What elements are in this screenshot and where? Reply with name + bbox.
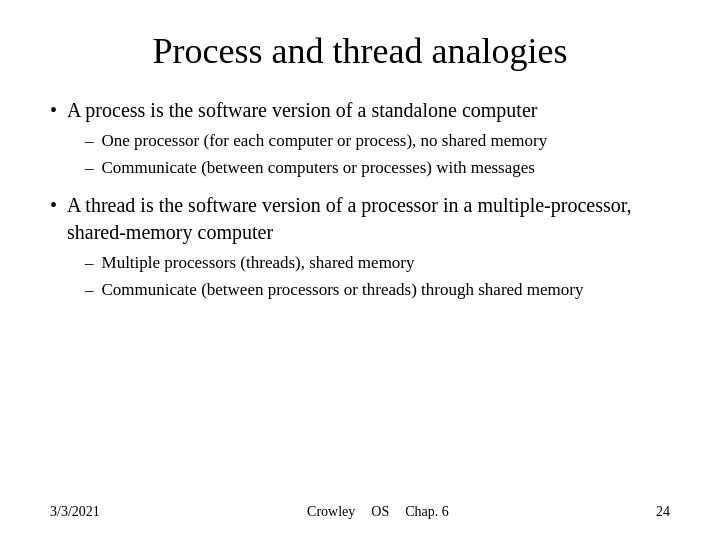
sub-text-2-1: Multiple processors (threads), shared me… xyxy=(102,252,670,275)
sub-item-1-2: – Communicate (between computers or proc… xyxy=(85,157,670,180)
sub-item-1-1: – One processor (for each computer or pr… xyxy=(85,130,670,153)
footer-date: 3/3/2021 xyxy=(50,504,100,520)
bullet-item-1: • A process is the software version of a… xyxy=(50,97,670,180)
bullet-text-1: A process is the software version of a s… xyxy=(67,97,670,180)
bullet-dot-2: • xyxy=(50,192,57,219)
sub-dash-2-2: – xyxy=(85,279,94,302)
sub-text-1-2: Communicate (between computers or proces… xyxy=(102,157,670,180)
bullet-label-1: A process is the software version of a s… xyxy=(67,99,537,121)
sub-text-1-1: One processor (for each computer or proc… xyxy=(102,130,670,153)
sub-dash-1-1: – xyxy=(85,130,94,153)
slide-content: • A process is the software version of a… xyxy=(50,97,670,486)
sub-text-2-2: Communicate (between processors or threa… xyxy=(102,279,670,302)
footer-author: Crowley xyxy=(307,504,355,520)
sub-item-2-1: – Multiple processors (threads), shared … xyxy=(85,252,670,275)
footer-subject: OS xyxy=(371,504,389,520)
sub-list-2: – Multiple processors (threads), shared … xyxy=(85,252,670,302)
bullet-text-2: A thread is the software version of a pr… xyxy=(67,192,670,302)
sub-dash-1-2: – xyxy=(85,157,94,180)
sub-item-2-2: – Communicate (between processors or thr… xyxy=(85,279,670,302)
footer-chapter: Chap. 6 xyxy=(405,504,449,520)
bullet-label-2: A thread is the software version of a pr… xyxy=(67,194,632,243)
sub-list-1: – One processor (for each computer or pr… xyxy=(85,130,670,180)
bullet-item-2: • A thread is the software version of a … xyxy=(50,192,670,302)
slide: Process and thread analogies • A process… xyxy=(0,0,720,540)
footer-center: Crowley OS Chap. 6 xyxy=(307,504,449,520)
sub-dash-2-1: – xyxy=(85,252,94,275)
bullet-dot-1: • xyxy=(50,97,57,124)
footer-page: 24 xyxy=(656,504,670,520)
slide-title: Process and thread analogies xyxy=(50,30,670,73)
slide-footer: 3/3/2021 Crowley OS Chap. 6 24 xyxy=(50,494,670,520)
